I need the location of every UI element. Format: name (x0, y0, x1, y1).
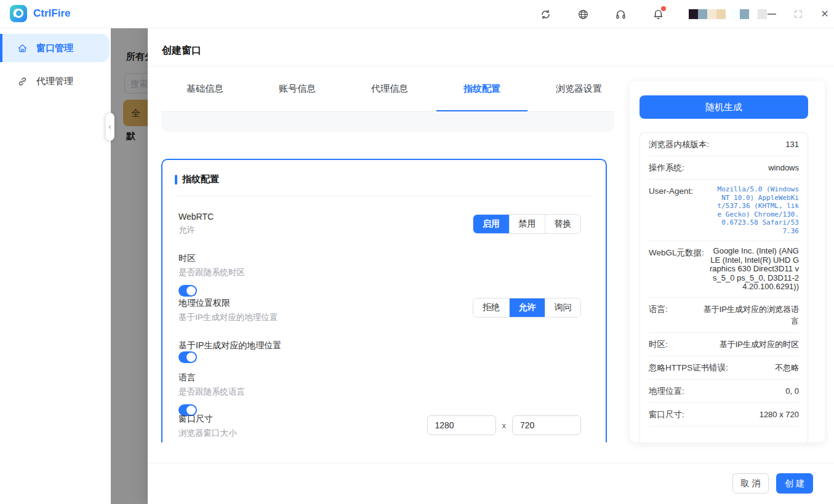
link-icon (17, 76, 28, 87)
create-window-dialog: 创建窗口 基础信息 账号信息 代理信息 指纹配置 浏览器设置 指纹配置 WebR… (148, 28, 834, 504)
summary-value: Mozilla/5.0 (Windows NT 10.0) AppleWebKi… (715, 185, 799, 235)
summary-label: WebGL元数据: (649, 247, 704, 258)
geo-permission-segmented: 拒绝 允许 询问 (473, 298, 581, 318)
timezone-sublabel: 是否跟随系统时区 (178, 267, 581, 278)
theme-swatch-dark[interactable] (689, 9, 698, 19)
cancel-button[interactable]: 取 消 (732, 473, 769, 494)
summary-row-os: 操作系统: windows (649, 156, 799, 180)
size-separator: x (502, 421, 507, 430)
summary-value: windows (700, 162, 799, 174)
fingerprint-section-header: 指纹配置 (175, 174, 219, 185)
language-sublabel: 是否跟随系统语言 (178, 386, 581, 398)
geo-option-allow[interactable]: 允许 (509, 298, 545, 317)
tabs-divider (161, 111, 614, 112)
geo-option-ask[interactable]: 询问 (545, 298, 580, 317)
geo-by-ip-label: 基于IP生成对应的地理位置 (178, 340, 581, 351)
webrtc-row: WebRTC 允许 启用 禁用 替换 (178, 212, 581, 236)
language-label: 语言 (178, 372, 581, 383)
sidebar: 窗口管理 代理管理 (0, 28, 111, 504)
summary-value: 基于IP生成对应的浏览器语言 (700, 303, 799, 327)
tab-browser-settings[interactable]: 浏览器设置 (529, 66, 629, 112)
summary-row-user-agent: User-Agent: Mozilla/5.0 (Windows NT 10.0… (649, 180, 799, 241)
divider (175, 196, 593, 196)
fingerprint-summary-panel: 随机生成 浏览器内核版本: 131 操作系统: windows User-Age… (630, 81, 825, 442)
summary-label: 窗口尺寸: (649, 409, 684, 420)
toggle-knob (186, 286, 196, 295)
theme-swatch-blue[interactable] (698, 9, 707, 19)
headset-icon[interactable] (614, 8, 627, 20)
footer-divider (148, 463, 834, 463)
minimize-button[interactable] (767, 9, 777, 19)
webrtc-option-enable[interactable]: 启用 (473, 215, 509, 233)
fullscreen-button[interactable] (793, 9, 803, 19)
topbar: CtrlFire (0, 0, 834, 28)
background-group-panel: 所有分 全 默 (111, 28, 148, 504)
geo-by-ip-toggle[interactable] (178, 351, 197, 363)
summary-label: 时区: (649, 338, 668, 350)
webrtc-option-disable[interactable]: 禁用 (509, 215, 545, 233)
home-icon (17, 43, 28, 54)
summary-value: 1280 x 720 (700, 409, 799, 420)
create-button[interactable]: 创 建 (776, 473, 813, 494)
app-logo-icon (10, 5, 27, 22)
tab-fingerprint-config[interactable]: 指纹配置 (436, 66, 527, 112)
sidebar-item-label: 窗口管理 (36, 42, 73, 54)
height-input[interactable] (512, 415, 581, 435)
tab-basic-info[interactable]: 基础信息 (159, 66, 251, 112)
toggle-knob (186, 353, 196, 362)
theme-swatch-gray[interactable] (758, 9, 767, 19)
summary-value: 基于IP生成对应的时区 (700, 338, 799, 350)
sidebar-item-proxy-management[interactable]: 代理管理 (0, 67, 110, 95)
geo-permission-row: 地理位置权限 基于IP生成对应的地理位置 拒绝 允许 询问 (178, 298, 581, 323)
summary-value: 0, 0 (700, 385, 799, 397)
summary-label: 语言: (649, 303, 668, 315)
theme-swatch-cream[interactable] (707, 9, 716, 19)
webrtc-option-replace[interactable]: 替换 (545, 215, 580, 233)
summary-row-https: 忽略HTTPS证书错误: 不忽略 (649, 356, 799, 380)
notification-dot (661, 6, 666, 11)
brand: CtrlFire (10, 5, 70, 22)
topbar-actions (539, 0, 664, 28)
webrtc-segmented: 启用 禁用 替换 (473, 214, 581, 234)
geo-option-deny[interactable]: 拒绝 (473, 298, 509, 317)
summary-label: User-Agent: (649, 185, 693, 197)
section-accent-bar (175, 175, 177, 185)
geo-by-ip-row: 基于IP生成对应的地理位置 (178, 340, 581, 363)
theme-swatches (689, 9, 767, 19)
timezone-toggle[interactable] (178, 285, 197, 297)
fingerprint-config-card: 指纹配置 WebRTC 允许 启用 禁用 替换 时区 是否跟随系统时区 (161, 159, 607, 442)
chevron-left-icon: ‹ (109, 122, 111, 131)
bell-icon[interactable] (652, 8, 664, 20)
tab-account-info[interactable]: 账号信息 (252, 66, 343, 112)
dialog-title: 创建窗口 (162, 44, 201, 57)
tab-proxy-info[interactable]: 代理信息 (344, 66, 435, 112)
section-title: 指纹配置 (182, 174, 219, 185)
globe-icon[interactable] (577, 8, 589, 20)
refresh-icon[interactable] (539, 8, 551, 20)
width-input[interactable] (427, 415, 496, 435)
summary-label: 忽略HTTPS证书错误: (649, 362, 728, 374)
close-button[interactable]: ✕ (820, 9, 830, 19)
theme-swatch-tan[interactable] (716, 9, 726, 19)
summary-value: Google Inc. (Intel) (ANGLE (Intel, Intel… (709, 247, 799, 292)
summary-label: 操作系统: (649, 162, 684, 174)
theme-swatch-steel[interactable] (740, 9, 749, 19)
app-window: CtrlFire (0, 0, 834, 504)
window-size-controls: x (427, 415, 582, 435)
random-generate-button[interactable]: 随机生成 (640, 95, 808, 119)
previous-section-remnant (161, 113, 614, 132)
summary-row-webgl: WebGL元数据: Google Inc. (Intel) (ANGLE (In… (649, 241, 799, 298)
theme-swatch-pale[interactable] (731, 9, 740, 19)
brand-name: CtrlFire (33, 7, 70, 20)
sidebar-item-window-management[interactable]: 窗口管理 (0, 34, 110, 62)
window-controls: ✕ (767, 0, 830, 28)
dim-overlay (111, 28, 148, 504)
summary-value: 不忽略 (733, 362, 799, 374)
window-size-row: 窗口尺寸 浏览器窗口大小 x (178, 414, 581, 439)
summary-value: 131 (714, 138, 799, 150)
summary-row-kernel: 浏览器内核版本: 131 (649, 133, 799, 156)
sidebar-item-label: 代理管理 (36, 76, 73, 87)
drawer-collapse-handle[interactable]: ‹ (105, 113, 114, 141)
timezone-label: 时区 (178, 253, 581, 264)
dialog-tabs: 基础信息 账号信息 代理信息 指纹配置 浏览器设置 (159, 66, 629, 112)
